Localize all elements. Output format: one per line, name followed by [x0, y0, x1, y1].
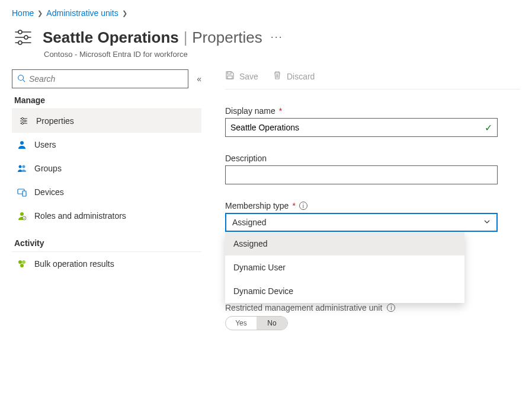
- dropdown-selected-value: Assigned: [232, 218, 267, 227]
- page-subtitle: Properties: [192, 28, 262, 46]
- sidebar-item-users[interactable]: Users: [12, 133, 201, 157]
- required-indicator: *: [279, 106, 282, 116]
- save-icon: [225, 71, 235, 82]
- svg-rect-25: [227, 76, 232, 79]
- title-separator: |: [184, 28, 188, 46]
- collapse-sidebar-button[interactable]: «: [197, 74, 201, 84]
- group-icon: [17, 164, 27, 173]
- membership-type-label: Membership type: [225, 201, 289, 210]
- sidebar-item-label: Bulk operation results: [34, 259, 114, 269]
- restricted-mgmt-label: Restricted management administrative uni…: [225, 303, 382, 312]
- search-box[interactable]: [12, 69, 188, 88]
- svg-point-3: [24, 36, 28, 39]
- svg-point-23: [20, 264, 24, 267]
- sidebar-item-bulk-results[interactable]: Bulk operation results: [12, 252, 201, 276]
- restricted-toggle[interactable]: Yes No: [225, 316, 288, 330]
- dropdown-option-dynamic-user[interactable]: Dynamic User: [225, 256, 464, 279]
- svg-line-7: [23, 79, 25, 82]
- info-icon[interactable]: i: [299, 202, 307, 210]
- svg-point-13: [21, 122, 23, 124]
- svg-point-14: [20, 141, 24, 145]
- display-name-field[interactable]: ✓: [225, 118, 498, 137]
- search-icon: [17, 74, 25, 84]
- toggle-no[interactable]: No: [257, 317, 287, 330]
- admin-icon: [17, 211, 27, 221]
- save-label: Save: [239, 72, 258, 81]
- svg-point-1: [18, 30, 22, 34]
- svg-point-11: [24, 120, 25, 122]
- sidebar-item-label: Properties: [36, 116, 74, 126]
- chevron-down-icon: [483, 218, 491, 227]
- description-field[interactable]: [225, 165, 498, 184]
- breadcrumb-admin-units[interactable]: Administrative units: [46, 8, 118, 18]
- sidebar-item-label: Roles and administrators: [34, 211, 126, 221]
- devices-icon: [17, 187, 27, 197]
- sidebar-section-activity: Activity: [14, 238, 201, 248]
- bulk-icon: [17, 259, 27, 269]
- info-icon[interactable]: i: [387, 304, 395, 312]
- svg-point-5: [18, 41, 22, 44]
- main-content: Save Discard Display name * ✓ Descriptio…: [225, 69, 520, 330]
- svg-rect-24: [227, 72, 231, 74]
- sidebar-item-roles[interactable]: Roles and administrators: [12, 204, 201, 228]
- sidebar-item-label: Devices: [34, 187, 64, 197]
- sidebar-item-devices[interactable]: Devices: [12, 180, 201, 204]
- sidebar: « Manage Properties Users Groups: [12, 69, 201, 330]
- svg-point-15: [19, 165, 22, 168]
- discard-label: Discard: [287, 72, 315, 81]
- chevron-right-icon: ❯: [122, 9, 127, 17]
- svg-point-22: [22, 260, 25, 264]
- sliders-small-icon: [18, 116, 29, 126]
- toggle-yes[interactable]: Yes: [226, 317, 257, 330]
- svg-rect-18: [23, 191, 26, 196]
- sidebar-item-label: Users: [34, 140, 56, 149]
- more-actions-button[interactable]: ···: [271, 31, 283, 43]
- description-input[interactable]: [230, 170, 492, 180]
- svg-point-16: [23, 165, 25, 168]
- dropdown-option-dynamic-device[interactable]: Dynamic Device: [225, 279, 464, 303]
- save-button[interactable]: Save: [225, 71, 258, 82]
- membership-type-dropdown[interactable]: Assigned: [225, 213, 498, 232]
- breadcrumb: Home ❯ Administrative units ❯: [12, 8, 520, 18]
- membership-type-menu: Assigned Dynamic User Dynamic Device: [225, 232, 464, 303]
- sidebar-item-groups[interactable]: Groups: [12, 157, 201, 180]
- search-input[interactable]: [29, 74, 183, 84]
- display-name-input[interactable]: [230, 123, 485, 132]
- sliders-icon: [12, 26, 34, 49]
- sidebar-item-label: Groups: [34, 164, 62, 173]
- display-name-label: Display name: [225, 106, 275, 116]
- svg-point-19: [20, 212, 24, 216]
- trash-icon: [273, 71, 282, 82]
- check-icon: ✓: [485, 122, 492, 133]
- svg-point-9: [21, 117, 23, 119]
- page-title: Seattle Operations: [43, 28, 179, 46]
- chevron-right-icon: ❯: [37, 9, 43, 17]
- description-label: Description: [225, 154, 267, 163]
- svg-point-6: [18, 75, 24, 80]
- discard-button[interactable]: Discard: [273, 71, 315, 82]
- page-header: Seattle Operations | Properties ···: [12, 26, 520, 49]
- command-bar: Save Discard: [225, 71, 520, 90]
- breadcrumb-home[interactable]: Home: [12, 8, 34, 18]
- sidebar-item-properties[interactable]: Properties: [12, 109, 201, 133]
- tenant-subtitle: Contoso - Microsoft Entra ID for workfor…: [44, 50, 520, 59]
- svg-point-21: [18, 260, 22, 264]
- user-icon: [17, 140, 27, 149]
- sidebar-section-manage: Manage: [14, 95, 201, 105]
- required-indicator: *: [292, 201, 295, 210]
- dropdown-option-assigned[interactable]: Assigned: [225, 232, 464, 256]
